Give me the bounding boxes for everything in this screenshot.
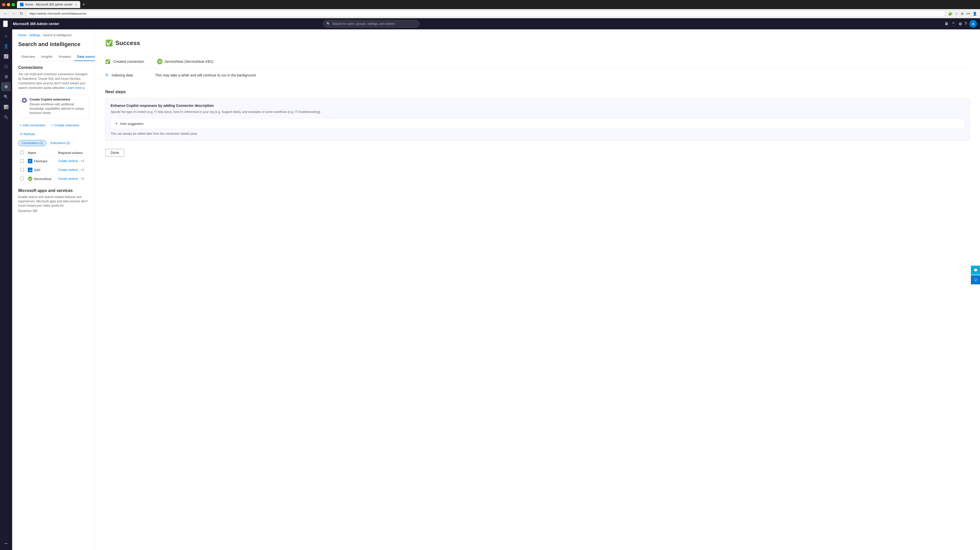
done-button[interactable]: Done (105, 149, 124, 156)
tab-title: Home - Microsoft 365 admin center (25, 3, 72, 6)
floating-feedback-button[interactable]: 🗨 (971, 275, 980, 284)
table-actions-header: Required actions (56, 149, 89, 157)
fileshare-checkbox[interactable] (20, 159, 24, 163)
window-controls (2, 3, 15, 6)
tab-answers[interactable]: Answers (56, 53, 74, 61)
close-window-button[interactable] (2, 3, 5, 6)
add-connection-icon: + (20, 123, 22, 127)
sap-actions-cell: Create vertical | +2 (56, 166, 89, 174)
sidebar-item-users[interactable]: 👤 (2, 41, 11, 51)
tab-bar: Home - Microsoft 365 admin center ✕ + (17, 1, 978, 8)
active-browser-tab[interactable]: Home - Microsoft 365 admin center ✕ (17, 1, 80, 8)
nav-right-icons: 🖥 📱 ⚙ ? A (944, 20, 977, 28)
refresh-button[interactable]: ↺ Refresh (18, 131, 37, 137)
indexing-spinner-icon: ↻ (105, 73, 108, 78)
sap-icon: ☁ (28, 167, 32, 172)
sidebar-item-analytics[interactable]: 📈 (2, 52, 11, 61)
svg-text:F: F (29, 160, 31, 163)
row-checkbox-sap (18, 166, 26, 174)
search-icon: 🔍 (326, 22, 330, 26)
enhance-card: Enhance Copilot responses by adding Conn… (105, 98, 970, 141)
edit-note: This can always be edited later from the… (111, 132, 964, 136)
select-all-checkbox[interactable] (20, 151, 24, 154)
sidebar-item-more[interactable]: ••• (2, 539, 11, 548)
new-tab-button[interactable]: + (81, 2, 86, 7)
success-panel: ✅ Success ✅ Created connection SN Servic… (95, 29, 980, 550)
connections-section-title: Connections (18, 65, 89, 70)
servicenow-name-cell: SN ServiceNow (26, 174, 56, 183)
row-checkbox-fileshare (18, 157, 26, 166)
favorites-icon[interactable]: ☆ (955, 11, 959, 16)
breadcrumb-settings[interactable]: Settings (29, 33, 40, 37)
fileshare-create-vertical-link[interactable]: Create vertical (58, 159, 78, 163)
address-input[interactable] (26, 10, 946, 17)
servicenow-actions-cell: Create vertical | +2 (56, 174, 89, 183)
auto-suggestion-box[interactable]: ✦ Auto suggestion (111, 118, 964, 129)
app-container: ⊞ Microsoft 365 Admin center 🔍 🖥 📱 ⚙ ? A… (0, 18, 980, 550)
table-row: SN ServiceNow Create vertical | +2 (18, 174, 89, 183)
servicenow-checkbox[interactable] (20, 177, 24, 180)
brand-name: Microsoft 365 Admin center (13, 22, 59, 26)
user-avatar[interactable]: A (969, 20, 977, 28)
ms-apps-desc: Enable search and search-related feature… (18, 195, 89, 208)
servicenow-create-vertical-link[interactable]: Create vertical (58, 177, 78, 180)
servicenow-extra-link[interactable]: +2 (81, 177, 84, 180)
extensions-icon[interactable]: 🧩 (948, 11, 953, 16)
minimize-window-button[interactable] (7, 3, 10, 6)
extensions-tab[interactable]: Extensions (0) (47, 140, 73, 146)
tab-overview[interactable]: Overview (18, 53, 38, 61)
create-extension-button[interactable]: + Create extension (50, 122, 81, 128)
fileshare-icon: F (28, 159, 32, 163)
learn-more-link[interactable]: Learn more a (67, 86, 84, 90)
back-button[interactable]: ← (3, 11, 9, 16)
sidebar-item-table[interactable]: ⊞ (2, 72, 11, 81)
fileshare-extra-link[interactable]: +2 (81, 159, 84, 163)
dynamics-link[interactable]: Dynamics 365 (18, 209, 89, 213)
maximize-window-button[interactable] (12, 3, 15, 6)
waffle-menu-button[interactable]: ⊞ (3, 21, 8, 27)
sap-create-vertical-link[interactable]: Create vertical (58, 168, 78, 172)
monitor-icon-button[interactable]: 🖥 (944, 22, 948, 26)
left-panel: Home › Settings › Search & intelligence … (12, 29, 95, 550)
sidebar-item-search[interactable]: 🔍 (2, 92, 11, 101)
copilot-icon (22, 97, 27, 115)
collections-icon[interactable]: ⊕ (960, 11, 964, 16)
phone-icon-button[interactable]: 📱 (951, 22, 956, 26)
help-icon-button[interactable]: ? (964, 22, 967, 26)
sidebar-item-settings[interactable]: ⚙ (2, 82, 11, 91)
sidebar-item-apps[interactable]: ⬡ (2, 62, 11, 71)
breadcrumb: Home › Settings › Search & intelligence (18, 33, 89, 37)
tab-insights[interactable]: Insights (38, 53, 56, 61)
sidebar-item-connections[interactable]: 🔌 (2, 112, 11, 121)
status-list: ✅ Created connection SN ServiceNow (Serv… (105, 55, 970, 81)
connections-table: Name Required actions (18, 149, 89, 183)
connections-section-desc: You can build and customize connections … (18, 72, 89, 90)
settings-icon-button[interactable]: ⚙ (958, 22, 962, 26)
floating-chat-button[interactable]: 💬 (971, 266, 980, 275)
success-check-icon: ✅ (105, 40, 113, 46)
success-title: ✅ Success (105, 40, 970, 46)
breadcrumb-home[interactable]: Home (18, 33, 26, 37)
browser-toolbar-icons: 🧩 ☆ ⊕ ••• 👤 (948, 11, 977, 16)
enhance-card-title: Enhance Copilot responses by adding Conn… (111, 104, 964, 108)
refresh-button[interactable]: ↻ (19, 11, 24, 16)
profile-icon[interactable]: 👤 (972, 11, 977, 16)
indexing-data-value: This may take a while and will continue … (155, 73, 256, 77)
tab-data-sources[interactable]: Data sources (74, 53, 95, 61)
tab-favicon (20, 3, 24, 6)
forward-button[interactable]: → (11, 11, 17, 16)
fileshare-name-cell: F Fileshare (26, 157, 56, 166)
global-search-input[interactable] (332, 22, 416, 26)
sap-name-cell: ☁ SAP (26, 166, 56, 174)
sap-extra-link[interactable]: +2 (81, 168, 84, 172)
connections-tab[interactable]: Connections (3) (18, 140, 46, 146)
sidebar-item-chart[interactable]: 📊 (2, 102, 11, 112)
add-connection-button[interactable]: + Add connection (18, 122, 47, 128)
copilot-banner-title: Create Copilot extensions (30, 97, 86, 101)
sidebar-item-home[interactable]: ⌂ (2, 31, 11, 40)
browser-menu-icon[interactable]: ••• (966, 11, 970, 16)
main-layout: ⌂ 👤 📈 ⬡ ⊞ ⚙ 🔍 📊 🔌 ••• Home › Settings (0, 29, 980, 550)
tab-close-icon[interactable]: ✕ (75, 3, 77, 6)
global-search: 🔍 (323, 20, 419, 28)
sap-checkbox[interactable] (20, 168, 24, 171)
